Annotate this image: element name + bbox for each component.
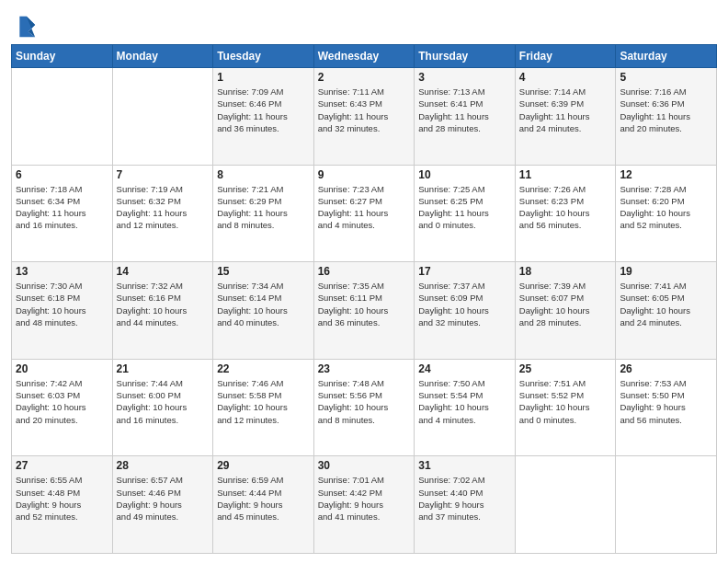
calendar-cell: 30Sunrise: 7:01 AM Sunset: 4:42 PM Dayli… <box>313 456 415 554</box>
day-info: Sunrise: 7:01 AM Sunset: 4:42 PM Dayligh… <box>318 474 411 523</box>
calendar-cell: 31Sunrise: 7:02 AM Sunset: 4:40 PM Dayli… <box>415 456 516 554</box>
calendar-cell: 22Sunrise: 7:46 AM Sunset: 5:58 PM Dayli… <box>213 359 314 456</box>
day-number: 29 <box>217 459 310 472</box>
calendar-cell: 16Sunrise: 7:35 AM Sunset: 6:11 PM Dayli… <box>313 262 415 360</box>
calendar-cell: 15Sunrise: 7:34 AM Sunset: 6:14 PM Dayli… <box>213 262 314 360</box>
weekday-row: SundayMondayTuesdayWednesdayThursdayFrid… <box>12 45 717 68</box>
calendar-header: SundayMondayTuesdayWednesdayThursdayFrid… <box>12 45 717 68</box>
day-number: 12 <box>620 168 712 181</box>
day-info: Sunrise: 7:16 AM Sunset: 6:36 PM Dayligh… <box>620 86 712 134</box>
day-number: 28 <box>117 459 210 472</box>
calendar-week-row: 6Sunrise: 7:18 AM Sunset: 6:34 PM Daylig… <box>12 165 717 262</box>
calendar-cell: 21Sunrise: 7:44 AM Sunset: 6:00 PM Dayli… <box>112 359 213 456</box>
day-number: 27 <box>16 459 108 472</box>
day-number: 9 <box>318 168 411 181</box>
calendar-cell: 29Sunrise: 6:59 AM Sunset: 4:44 PM Dayli… <box>213 456 314 554</box>
day-info: Sunrise: 7:02 AM Sunset: 4:40 PM Dayligh… <box>418 474 511 523</box>
header <box>11 9 717 39</box>
day-number: 5 <box>620 71 712 84</box>
day-number: 7 <box>117 168 210 181</box>
day-info: Sunrise: 7:11 AM Sunset: 6:43 PM Dayligh… <box>318 86 411 134</box>
day-number: 16 <box>318 265 411 278</box>
day-number: 20 <box>16 362 108 375</box>
day-info: Sunrise: 7:50 AM Sunset: 5:54 PM Dayligh… <box>418 377 511 426</box>
day-number: 19 <box>620 265 712 278</box>
weekday-header: Thursday <box>415 45 516 68</box>
day-info: Sunrise: 6:57 AM Sunset: 4:46 PM Dayligh… <box>117 474 210 523</box>
calendar-cell <box>112 68 213 166</box>
calendar-week-row: 27Sunrise: 6:55 AM Sunset: 4:48 PM Dayli… <box>12 456 717 554</box>
day-number: 25 <box>519 362 612 375</box>
day-info: Sunrise: 7:48 AM Sunset: 5:56 PM Dayligh… <box>318 377 411 426</box>
calendar-cell: 28Sunrise: 6:57 AM Sunset: 4:46 PM Dayli… <box>112 456 213 554</box>
day-info: Sunrise: 7:19 AM Sunset: 6:32 PM Dayligh… <box>117 183 210 232</box>
calendar-cell: 1Sunrise: 7:09 AM Sunset: 6:46 PM Daylig… <box>213 68 314 166</box>
day-info: Sunrise: 7:26 AM Sunset: 6:23 PM Dayligh… <box>519 183 612 232</box>
calendar-cell: 12Sunrise: 7:28 AM Sunset: 6:20 PM Dayli… <box>616 165 717 262</box>
day-info: Sunrise: 7:37 AM Sunset: 6:09 PM Dayligh… <box>418 280 511 328</box>
day-info: Sunrise: 7:51 AM Sunset: 5:52 PM Dayligh… <box>519 377 612 426</box>
calendar-cell: 26Sunrise: 7:53 AM Sunset: 5:50 PM Dayli… <box>616 359 717 456</box>
calendar-cell: 10Sunrise: 7:25 AM Sunset: 6:25 PM Dayli… <box>415 165 516 262</box>
day-info: Sunrise: 7:44 AM Sunset: 6:00 PM Dayligh… <box>117 377 210 426</box>
day-number: 22 <box>217 362 310 375</box>
calendar-body: 1Sunrise: 7:09 AM Sunset: 6:46 PM Daylig… <box>12 68 717 554</box>
day-info: Sunrise: 7:30 AM Sunset: 6:18 PM Dayligh… <box>16 280 108 328</box>
calendar-cell: 13Sunrise: 7:30 AM Sunset: 6:18 PM Dayli… <box>12 262 113 360</box>
day-number: 15 <box>217 265 310 278</box>
day-number: 3 <box>418 71 511 84</box>
weekday-header: Sunday <box>12 45 113 68</box>
calendar-cell: 3Sunrise: 7:13 AM Sunset: 6:41 PM Daylig… <box>415 68 516 166</box>
calendar-cell: 5Sunrise: 7:16 AM Sunset: 6:36 PM Daylig… <box>616 68 717 166</box>
day-number: 31 <box>418 459 511 472</box>
day-number: 13 <box>16 265 108 278</box>
calendar-cell: 24Sunrise: 7:50 AM Sunset: 5:54 PM Dayli… <box>415 359 516 456</box>
calendar-cell: 2Sunrise: 7:11 AM Sunset: 6:43 PM Daylig… <box>313 68 415 166</box>
day-number: 26 <box>620 362 712 375</box>
weekday-header: Saturday <box>616 45 717 68</box>
day-info: Sunrise: 7:28 AM Sunset: 6:20 PM Dayligh… <box>620 183 712 232</box>
day-number: 17 <box>418 265 511 278</box>
day-number: 2 <box>318 71 411 84</box>
day-info: Sunrise: 7:13 AM Sunset: 6:41 PM Dayligh… <box>418 86 511 134</box>
day-number: 6 <box>16 168 108 181</box>
calendar-cell: 4Sunrise: 7:14 AM Sunset: 6:39 PM Daylig… <box>515 68 616 166</box>
calendar-cell: 8Sunrise: 7:21 AM Sunset: 6:29 PM Daylig… <box>213 165 314 262</box>
calendar-cell: 18Sunrise: 7:39 AM Sunset: 6:07 PM Dayli… <box>515 262 616 360</box>
calendar-cell <box>515 456 616 554</box>
day-number: 14 <box>117 265 210 278</box>
calendar-table: SundayMondayTuesdayWednesdayThursdayFrid… <box>11 44 717 554</box>
calendar-cell <box>616 456 717 554</box>
calendar-cell: 23Sunrise: 7:48 AM Sunset: 5:56 PM Dayli… <box>313 359 415 456</box>
day-info: Sunrise: 7:14 AM Sunset: 6:39 PM Dayligh… <box>519 86 612 134</box>
day-info: Sunrise: 6:55 AM Sunset: 4:48 PM Dayligh… <box>16 474 108 523</box>
calendar-cell: 11Sunrise: 7:26 AM Sunset: 6:23 PM Dayli… <box>515 165 616 262</box>
day-info: Sunrise: 7:32 AM Sunset: 6:16 PM Dayligh… <box>117 280 210 328</box>
day-info: Sunrise: 7:34 AM Sunset: 6:14 PM Dayligh… <box>217 280 310 328</box>
day-info: Sunrise: 7:46 AM Sunset: 5:58 PM Dayligh… <box>217 377 310 426</box>
day-info: Sunrise: 7:25 AM Sunset: 6:25 PM Dayligh… <box>418 183 511 232</box>
weekday-header: Monday <box>112 45 213 68</box>
day-info: Sunrise: 7:41 AM Sunset: 6:05 PM Dayligh… <box>620 280 712 328</box>
calendar-cell: 14Sunrise: 7:32 AM Sunset: 6:16 PM Dayli… <box>112 262 213 360</box>
day-info: Sunrise: 7:42 AM Sunset: 6:03 PM Dayligh… <box>16 377 108 426</box>
weekday-header: Friday <box>515 45 616 68</box>
day-info: Sunrise: 7:18 AM Sunset: 6:34 PM Dayligh… <box>16 183 108 232</box>
calendar-cell: 25Sunrise: 7:51 AM Sunset: 5:52 PM Dayli… <box>515 359 616 456</box>
day-number: 4 <box>519 71 612 84</box>
page: SundayMondayTuesdayWednesdayThursdayFrid… <box>0 0 728 563</box>
day-number: 18 <box>519 265 612 278</box>
weekday-header: Wednesday <box>313 45 415 68</box>
day-info: Sunrise: 7:39 AM Sunset: 6:07 PM Dayligh… <box>519 280 612 328</box>
calendar-cell: 27Sunrise: 6:55 AM Sunset: 4:48 PM Dayli… <box>12 456 113 554</box>
day-number: 8 <box>217 168 310 181</box>
logo <box>11 13 39 39</box>
day-info: Sunrise: 7:53 AM Sunset: 5:50 PM Dayligh… <box>620 377 712 426</box>
calendar-cell: 20Sunrise: 7:42 AM Sunset: 6:03 PM Dayli… <box>12 359 113 456</box>
calendar-cell: 6Sunrise: 7:18 AM Sunset: 6:34 PM Daylig… <box>12 165 113 262</box>
calendar-cell: 7Sunrise: 7:19 AM Sunset: 6:32 PM Daylig… <box>112 165 213 262</box>
day-number: 10 <box>418 168 511 181</box>
calendar-week-row: 13Sunrise: 7:30 AM Sunset: 6:18 PM Dayli… <box>12 262 717 360</box>
day-number: 24 <box>418 362 511 375</box>
day-info: Sunrise: 7:23 AM Sunset: 6:27 PM Dayligh… <box>318 183 411 232</box>
